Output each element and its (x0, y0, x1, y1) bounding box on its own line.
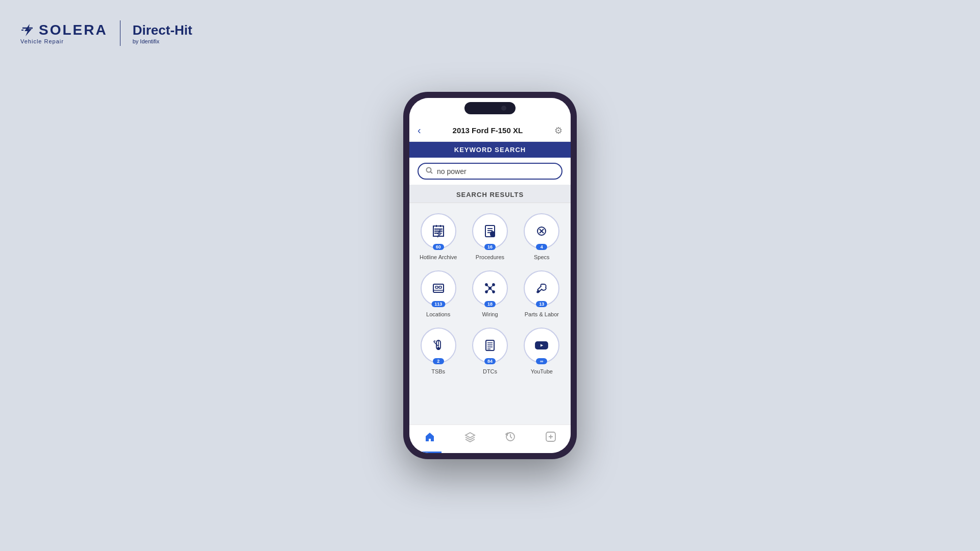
solera-logo: SOLERA Vehicle Repair (20, 22, 108, 44)
procedures-label: Procedures (476, 254, 504, 260)
grid-item-tsbs[interactable]: 2 TSBs (413, 323, 463, 379)
svg-rect-19 (435, 286, 438, 288)
hotline-badge: 60 (433, 244, 444, 250)
history-icon (505, 431, 516, 445)
locations-label: Locations (426, 311, 450, 317)
settings-icon[interactable]: ⚙ (554, 125, 562, 136)
specs-icon-circle: 4 (524, 213, 559, 249)
svg-text:81: 81 (491, 233, 495, 236)
direct-hit-logo: Direct-Hit by Identifix (133, 22, 192, 44)
locations-badge: 113 (431, 301, 445, 307)
svg-point-3 (427, 168, 431, 172)
grid-item-procedures[interactable]: 81 16 Procedures (465, 209, 514, 264)
youtube-label: YouTube (531, 368, 553, 374)
app-header: ‹ 2013 Ford F-150 XL ⚙ (409, 120, 571, 142)
direct-hit-text: Direct-Hit (133, 22, 192, 38)
phone-screen: ‹ 2013 Ford F-150 XL ⚙ KEYWORD SEARCH S (409, 98, 571, 453)
grid-item-hotline-archive[interactable]: 60 Hotline Archive (413, 209, 463, 264)
grid-item-dtcs[interactable]: 84 DTCs (465, 323, 514, 379)
nav-history[interactable] (499, 429, 522, 447)
keyword-search-label: KEYWORD SEARCH (454, 146, 526, 154)
results-header-label: SEARCH RESULTS (409, 185, 571, 203)
grid-item-parts-labor[interactable]: 13 Parts & Labor (517, 266, 567, 321)
tsbs-icon-circle: 2 (421, 328, 456, 363)
hotline-icon-circle: 60 (421, 213, 456, 249)
dtcs-badge: 84 (484, 358, 496, 364)
procedures-icon-circle: 81 16 (472, 213, 508, 249)
svg-line-4 (431, 172, 433, 174)
hotline-label: Hotline Archive (420, 254, 457, 260)
svg-point-33 (437, 347, 439, 349)
nav-add[interactable] (539, 429, 562, 447)
parts-labor-label: Parts & Labor (525, 311, 559, 317)
bottom-nav (409, 424, 571, 453)
tsbs-badge: 2 (433, 358, 444, 364)
dtcs-icon-circle: 84 (472, 328, 508, 363)
tsbs-label: TSBs (431, 368, 445, 374)
svg-line-29 (486, 288, 490, 292)
parts-labor-badge: 13 (536, 301, 547, 307)
keyword-search-bar: KEYWORD SEARCH (409, 142, 571, 158)
phone-frame: ‹ 2013 Ford F-150 XL ⚙ KEYWORD SEARCH S (403, 92, 577, 459)
solera-sub-text: Vehicle Repair (20, 38, 108, 44)
wiring-label: Wiring (482, 311, 498, 317)
svg-line-27 (486, 285, 490, 288)
parts-labor-icon-circle: 13 (524, 270, 559, 306)
specs-label: Specs (534, 254, 550, 260)
search-input[interactable] (437, 167, 554, 176)
grid-item-specs[interactable]: 4 Specs (517, 209, 567, 264)
phone-notch (464, 102, 516, 114)
svg-line-30 (490, 288, 494, 292)
grid-item-youtube[interactable]: ∞ YouTube (517, 323, 567, 379)
svg-point-31 (538, 291, 540, 292)
grid-item-locations[interactable]: 113 Locations (413, 266, 463, 321)
svg-marker-41 (465, 433, 475, 438)
svg-rect-20 (439, 286, 442, 288)
svg-rect-18 (433, 284, 444, 292)
locations-icon-circle: 113 (421, 270, 456, 306)
search-icon (426, 167, 433, 176)
search-input-wrap[interactable] (418, 163, 562, 180)
dtcs-label: DTCs (483, 368, 497, 374)
results-grid: 60 Hotline Archive 81 (409, 203, 571, 385)
logo-area: SOLERA Vehicle Repair Direct-Hit by Iden… (20, 20, 192, 46)
logo-divider (120, 20, 120, 46)
grid-item-wiring[interactable]: 18 Wiring (465, 266, 514, 321)
direct-hit-sub-text: by Identifix (133, 38, 192, 44)
svg-marker-0 (24, 24, 32, 36)
nav-layers[interactable] (458, 429, 482, 447)
svg-marker-43 (506, 433, 507, 435)
svg-line-28 (490, 285, 494, 288)
wiring-icon-circle: 18 (472, 270, 508, 306)
wiring-badge: 18 (484, 301, 496, 307)
home-icon (424, 431, 435, 445)
specs-badge: 4 (536, 244, 547, 250)
results-section: SEARCH RESULTS 60 (409, 185, 571, 424)
search-area (409, 158, 571, 185)
youtube-icon-circle: ∞ (524, 328, 559, 363)
vehicle-title: 2013 Ford F-150 XL (453, 126, 523, 135)
nav-home[interactable] (418, 429, 442, 447)
youtube-badge: ∞ (536, 358, 547, 364)
procedures-badge: 16 (484, 244, 496, 250)
solera-brand-text: SOLERA (39, 22, 108, 38)
layers-icon (464, 431, 476, 445)
add-icon (545, 431, 556, 445)
back-button[interactable]: ‹ (418, 124, 421, 136)
